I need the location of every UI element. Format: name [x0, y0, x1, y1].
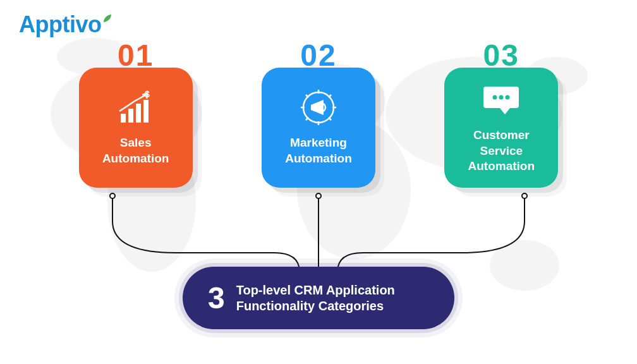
growth-chart-icon: $	[117, 88, 155, 126]
svg-point-22	[493, 95, 497, 99]
hub-title: Top-level CRM Application Functionality …	[236, 282, 395, 314]
svg-rect-11	[136, 104, 141, 123]
megaphone-gear-icon	[298, 88, 339, 126]
svg-rect-10	[128, 109, 133, 123]
card-customer-service: 03 Customer Service Automation	[438, 38, 564, 188]
card-body: Customer Service Automation	[444, 68, 558, 188]
card-label: Sales Automation	[89, 135, 183, 166]
brand-logo: Apptivo	[19, 11, 111, 38]
card-sales: 01 $ Sales Automation	[73, 38, 199, 188]
card-label: Marketing Automation	[272, 135, 365, 166]
svg-line-18	[306, 95, 308, 97]
svg-point-23	[499, 95, 504, 99]
svg-point-5	[490, 240, 559, 291]
card-number: 02	[255, 38, 382, 73]
leaf-icon	[102, 3, 112, 29]
chat-bubble-icon	[482, 81, 520, 119]
card-number: 03	[438, 38, 564, 73]
hub-pill: 3 Top-level CRM Application Functionalit…	[183, 267, 454, 329]
svg-line-20	[306, 118, 308, 120]
hub-count: 3	[208, 281, 225, 315]
svg-line-19	[329, 118, 331, 120]
hub-line2: Functionality Categories	[236, 298, 395, 314]
svg-rect-9	[121, 114, 126, 123]
card-label: Customer Service Automation	[454, 128, 548, 174]
brand-name: Apptivo	[19, 11, 101, 38]
card-marketing: 02 Marketing Automation	[255, 38, 382, 188]
svg-rect-12	[143, 100, 149, 123]
cards-row: 01 $ Sales Automation 02	[0, 38, 637, 188]
card-body: Marketing Automation	[262, 68, 375, 188]
svg-line-21	[329, 95, 331, 97]
card-body: $ Sales Automation	[79, 68, 193, 188]
card-number: 01	[73, 38, 199, 73]
svg-point-24	[506, 95, 510, 99]
hub-line1: Top-level CRM Application	[236, 282, 395, 298]
